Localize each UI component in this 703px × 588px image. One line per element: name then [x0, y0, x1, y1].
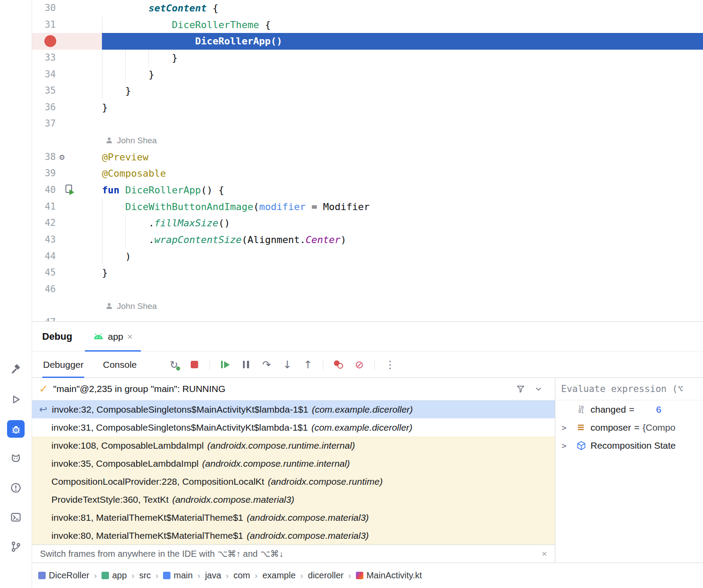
- line-number[interactable]: 38: [32, 149, 56, 166]
- mute-breakpoints-icon[interactable]: ⊘: [351, 357, 367, 372]
- gutter[interactable]: 34: [32, 66, 102, 83]
- line-number[interactable]: 33: [32, 50, 56, 66]
- stack-frame[interactable]: ProvideTextStyle:360, TextKt(androidx.co…: [32, 490, 555, 508]
- breadcrumb-item[interactable]: example: [262, 570, 296, 581]
- gutter[interactable]: 42: [32, 215, 102, 232]
- gutter-icon-area: [56, 165, 102, 182]
- stack-frame[interactable]: invoke:31, ComposableSingletons$MainActi…: [32, 418, 555, 436]
- gutter[interactable]: 44: [32, 248, 102, 265]
- rerun-icon[interactable]: ↻: [166, 357, 182, 372]
- line-number[interactable]: 37: [32, 116, 56, 132]
- gutter-icon-area: [56, 215, 102, 232]
- breadcrumb-item[interactable]: com: [233, 570, 250, 581]
- gutter[interactable]: 35: [32, 83, 102, 99]
- expand-chevron-icon[interactable]: >: [562, 441, 575, 450]
- variable-row[interactable]: 10 01changed=6: [555, 400, 703, 418]
- line-number[interactable]: 41: [32, 199, 56, 215]
- close-icon[interactable]: ×: [127, 332, 133, 341]
- run-icon[interactable]: [7, 391, 25, 408]
- expand-chevron-icon[interactable]: >: [562, 423, 575, 432]
- debug-icon[interactable]: [7, 420, 25, 438]
- line-number[interactable]: [32, 298, 56, 315]
- stack-frame[interactable]: invoke:35, ComposableLambdaImpl(androidx…: [32, 454, 555, 472]
- gutter[interactable]: 33: [32, 50, 102, 66]
- stack-frame[interactable]: CompositionLocalProvider:228, Compositio…: [32, 472, 555, 490]
- line-number[interactable]: 35: [32, 83, 56, 99]
- gutter[interactable]: 47: [32, 314, 102, 321]
- stack-frame[interactable]: invoke:108, ComposableLambdaImpl(android…: [32, 436, 555, 454]
- code-line: 42 .fillMaxSize(): [32, 215, 703, 232]
- step-into-icon[interactable]: ↓: [279, 357, 295, 372]
- line-number[interactable]: 34: [32, 66, 56, 83]
- gutter[interactable]: 38⚙: [32, 149, 102, 166]
- gutter[interactable]: 40: [32, 182, 102, 199]
- gutter[interactable]: [32, 298, 102, 315]
- gutter[interactable]: 39: [32, 165, 102, 182]
- breadcrumb-item[interactable]: app: [101, 570, 127, 581]
- primitive-icon: 10 01: [575, 406, 587, 414]
- line-number[interactable]: 47: [32, 314, 56, 321]
- line-number[interactable]: 40: [32, 182, 56, 199]
- breadcrumb-item[interactable]: src: [139, 570, 151, 581]
- gutter[interactable]: 36: [32, 99, 102, 116]
- code-editor[interactable]: 30 setContent {31 DiceRollerTheme { Dice…: [32, 0, 703, 321]
- logcat-icon[interactable]: [7, 450, 25, 467]
- view-breakpoints-icon[interactable]: [330, 357, 347, 372]
- breadcrumb-item[interactable]: DiceRoller: [38, 570, 89, 581]
- breadcrumb-item[interactable]: main: [163, 570, 192, 581]
- version-control-icon[interactable]: [7, 538, 25, 555]
- line-number[interactable]: 44: [32, 248, 56, 265]
- pause-icon[interactable]: [238, 357, 254, 372]
- filter-icon[interactable]: [516, 384, 525, 394]
- gutter[interactable]: 46: [32, 281, 102, 298]
- line-number[interactable]: 36: [32, 99, 56, 116]
- variable-row[interactable]: >composer={Compo: [555, 418, 703, 436]
- more-options-icon[interactable]: ⋮: [382, 357, 398, 372]
- thread-status-row[interactable]: ✓ "main"@2,235 in group "main": RUNNING: [32, 378, 555, 400]
- close-icon[interactable]: ×: [542, 548, 547, 559]
- breadcrumb-item[interactable]: MainActivity.kt: [356, 570, 422, 581]
- tab-debugger[interactable]: Debugger: [42, 352, 84, 377]
- step-over-icon[interactable]: ↷: [258, 357, 275, 372]
- line-number[interactable]: 45: [32, 265, 56, 281]
- resume-icon[interactable]: [217, 357, 233, 372]
- line-number[interactable]: 43: [32, 232, 56, 248]
- line-number[interactable]: [32, 132, 56, 149]
- gutter[interactable]: 31: [32, 17, 102, 33]
- equals-sign: =: [629, 404, 634, 415]
- gutter[interactable]: 43: [32, 232, 102, 248]
- line-number[interactable]: 39: [32, 165, 56, 182]
- line-number[interactable]: 30: [32, 0, 56, 17]
- code-text: DiceRollerApp(): [102, 33, 703, 50]
- evaluate-expression-field[interactable]: Evaluate expression (⌥: [555, 378, 703, 400]
- stack-frame[interactable]: invoke:80, MaterialThemeKt$MaterialTheme…: [32, 526, 555, 544]
- tab-console[interactable]: Console: [102, 352, 138, 377]
- code-text: [102, 314, 703, 321]
- problems-icon[interactable]: [7, 479, 25, 497]
- gutter[interactable]: 30: [32, 0, 102, 17]
- step-out-icon[interactable]: ↑: [300, 357, 316, 372]
- code-line: 31 DiceRollerTheme {: [32, 17, 703, 33]
- gutter[interactable]: [32, 33, 102, 50]
- breadcrumb-item[interactable]: java: [205, 570, 221, 581]
- code-text: }: [102, 83, 703, 99]
- chevron-down-icon[interactable]: [534, 385, 543, 393]
- line-number[interactable]: 46: [32, 281, 56, 298]
- line-number[interactable]: 31: [32, 17, 56, 33]
- gutter[interactable]: 41: [32, 199, 102, 215]
- terminal-icon[interactable]: [7, 508, 25, 526]
- variable-row[interactable]: >Recomposition State: [555, 436, 703, 454]
- breadcrumb-item[interactable]: diceroller: [308, 570, 344, 581]
- preview-settings-gear-icon[interactable]: ⚙: [59, 149, 65, 166]
- gutter[interactable]: [32, 132, 102, 149]
- gutter[interactable]: 45: [32, 265, 102, 281]
- build-hammer-icon[interactable]: [7, 361, 25, 379]
- gutter[interactable]: 37: [32, 116, 102, 132]
- stop-icon[interactable]: [186, 357, 203, 372]
- alert-circle-icon: [10, 482, 22, 494]
- line-number[interactable]: 42: [32, 215, 56, 232]
- stack-frame[interactable]: invoke:81, MaterialThemeKt$MaterialTheme…: [32, 508, 555, 526]
- hint-bar: Switch frames from anywhere in the IDE w…: [32, 544, 555, 563]
- stack-frame[interactable]: ↩invoke:32, ComposableSingletons$MainAct…: [32, 400, 555, 418]
- tab-app-session[interactable]: app ×: [85, 322, 141, 351]
